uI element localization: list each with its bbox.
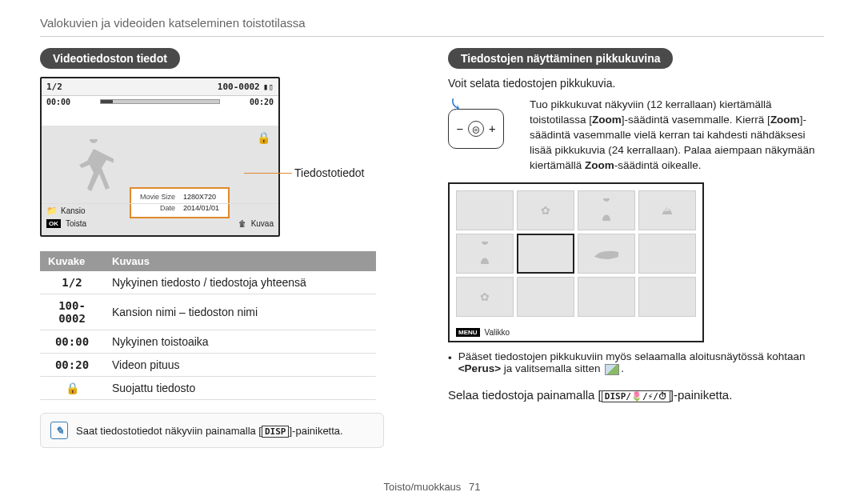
callout-label: Tiedostotiedot — [294, 166, 364, 179]
thumb-cell-selected — [517, 234, 574, 274]
thumbnail-screen-mockup: ✿ ⛰ ✿ MENU Valikko — [448, 182, 704, 342]
page-header: Valokuvien ja videoiden katseleminen toi… — [40, 16, 824, 37]
bullet-icon: • — [448, 352, 452, 364]
folder-icon: 📁 — [46, 206, 58, 216]
note-icon: ✎ — [50, 422, 68, 439]
navigate-instruction: Selaa tiedostoja painamalla [DISP/🌷/⚡/⏱]… — [448, 388, 824, 402]
plus-icon: + — [489, 122, 495, 135]
th-icon: Kuvake — [40, 251, 104, 271]
trash-label: Kuvaa — [251, 219, 274, 228]
section-heading-left: Videotiedoston tiedot — [40, 48, 180, 69]
status-index: 1/2 — [46, 82, 62, 92]
trash-icon: 🗑 — [238, 219, 246, 228]
table-row: 1/2Nykyinen tiedosto / tiedostoja yhteen… — [40, 271, 376, 294]
thumb-cell: ✿ — [456, 277, 514, 317]
status-folder-file: 100-0002 — [218, 82, 260, 92]
status-current-time: 00:00 — [46, 98, 70, 106]
folder-label: Kansio — [61, 206, 86, 215]
nav-keys-icon: DISP/🌷/⚡/⏱ — [602, 390, 670, 402]
icon-description-table: Kuvake Kuvaus 1/2Nykyinen tiedosto / tie… — [40, 251, 376, 400]
ok-key-icon: OK — [46, 219, 61, 228]
section-heading-right: Tiedostojen näyttäminen pikkukuvina — [448, 48, 673, 69]
footer-section: Toisto/muokkaus — [384, 481, 462, 493]
table-row: 🔒Suojattu tiedosto — [40, 377, 376, 400]
thumb-cell — [638, 277, 696, 317]
page-footer: Toisto/muokkaus 71 — [40, 473, 824, 504]
thumb-cell — [638, 234, 696, 274]
thumb-cell — [517, 277, 574, 317]
thumb-cell: ✿ — [517, 190, 574, 230]
thumb-cell: ⛰ — [638, 190, 696, 230]
status-length: 00:20 — [250, 98, 274, 106]
menu-key-icon: MENU — [456, 328, 480, 337]
dancer-silhouette — [74, 139, 114, 195]
intro-text: Voit selata tiedostojen pikkukuvia. — [448, 77, 824, 90]
thumb-cell — [578, 277, 635, 317]
progress-bar — [100, 99, 220, 104]
footer-page-number: 71 — [469, 481, 480, 493]
minus-icon: − — [457, 122, 463, 135]
thumb-cell — [456, 190, 514, 230]
battery-icon: ▮▯ — [263, 82, 274, 92]
info-value-size: 1280X720 — [180, 193, 222, 202]
zoom-dial-illustration: ⤹ − ◎ + — [448, 98, 520, 173]
note-text: Saat tiedostotiedot näkyviin painamalla … — [76, 425, 343, 437]
thumb-cell — [456, 234, 514, 274]
zoom-instruction-text: Tuo pikkukuvat näkyviin (12 kerrallaan) … — [530, 98, 824, 173]
play-label: Toista — [66, 219, 86, 228]
thumb-cell — [578, 190, 635, 230]
disp-key-icon: DISP — [262, 426, 290, 438]
table-row: 100-0002Kansion nimi – tiedoston nimi — [40, 294, 376, 330]
dial-center-icon: ◎ — [468, 121, 484, 137]
thumbnail-app-icon — [605, 364, 619, 375]
lock-icon: 🔒 — [257, 131, 270, 144]
th-desc: Kuvaus — [104, 251, 376, 271]
bullet-note: • Pääset tiedostojen pikkukuviin myös se… — [448, 350, 824, 374]
right-column: Tiedostojen näyttäminen pikkukuvina Voit… — [448, 48, 824, 473]
table-row: 00:20Videon pituus — [40, 354, 376, 377]
thumb-cell — [578, 234, 635, 274]
menu-label: Valikko — [485, 328, 510, 337]
left-column: Videotiedoston tiedot 1/2 100-0002 ▮▯ 00… — [40, 48, 416, 473]
table-row: 00:00Nykyinen toistoaika — [40, 330, 376, 354]
note-box: ✎ Saat tiedostotiedot näkyviin painamall… — [40, 413, 384, 448]
callout-line — [244, 173, 292, 174]
camera-status-bar: 1/2 100-0002 ▮▯ — [42, 78, 278, 96]
info-label-size: Movie Size — [137, 193, 178, 202]
camera-screen-mockup: 1/2 100-0002 ▮▯ 00:00 00:20 🔒 — [40, 77, 280, 237]
